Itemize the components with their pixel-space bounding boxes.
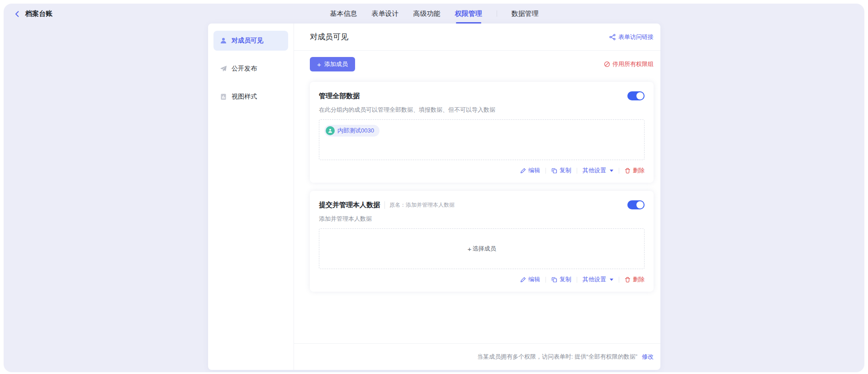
chevron-down-icon — [610, 170, 613, 172]
add-member-button-label: 添加成员 — [324, 60, 348, 68]
copy-icon — [551, 168, 557, 174]
add-member-button[interactable]: + 添加成员 — [310, 57, 355, 71]
sidebar-item-view-style[interactable]: 视图样式 — [213, 87, 288, 107]
other-settings-action[interactable]: 其他设置 — [583, 166, 613, 175]
plus-icon: + — [468, 245, 472, 253]
delete-action[interactable]: 删除 — [625, 275, 645, 284]
tab-advanced-features[interactable]: 高级功能 — [413, 4, 441, 24]
content-footer: 当某成员拥有多个权限，访问表单时: 提供“全部有权限的数据” 修改 — [294, 343, 660, 370]
action-divider — [619, 168, 619, 174]
member-list-box: 内部测试0030 — [319, 119, 645, 160]
delete-label: 删除 — [633, 275, 645, 284]
group-title: 管理全部数据 — [319, 92, 360, 100]
pencil-icon — [520, 277, 526, 283]
share-icon — [609, 34, 616, 40]
tab-permission-management[interactable]: 权限管理 — [455, 4, 482, 24]
topbar: 档案台账 基本信息 表单设计 高级功能 权限管理 数据管理 — [4, 4, 864, 24]
form-access-link-label: 表单访问链接 — [618, 33, 654, 41]
edit-label: 编辑 — [528, 275, 540, 284]
sidebar-item-visible-to-members[interactable]: 对成员可见 — [213, 31, 288, 51]
group-enabled-toggle[interactable] — [627, 91, 645, 100]
other-settings-action[interactable]: 其他设置 — [583, 275, 613, 284]
member-person-icon — [220, 37, 227, 44]
permission-sidebar: 对成员可见 公开发布 — [208, 24, 294, 370]
card-actions: 编辑 复制 其他设置 — [319, 166, 645, 175]
action-divider — [545, 168, 546, 174]
group-description: 在此分组内的成员可以管理全部数据、填报数据、但不可以导入数据 — [319, 106, 645, 114]
group-enabled-toggle[interactable] — [627, 200, 645, 209]
member-avatar-icon — [326, 126, 335, 135]
sidebar-item-label: 视图样式 — [232, 93, 257, 101]
back-chevron-icon — [14, 10, 21, 18]
action-divider — [577, 277, 577, 283]
permission-group-card-manage-all-data: 管理全部数据 在此分组内的成员可以管理全部数据、填报数据、但不可以导入数据 内 — [310, 82, 654, 183]
copy-label: 复制 — [560, 275, 571, 284]
delete-label: 删除 — [633, 166, 645, 175]
action-divider — [577, 168, 577, 174]
other-settings-label: 其他设置 — [583, 275, 606, 284]
tab-form-design[interactable]: 表单设计 — [372, 4, 399, 24]
multi-permission-note: 当某成员拥有多个权限，访问表单时: 提供“全部有权限的数据” — [477, 353, 637, 361]
chevron-down-icon — [610, 279, 613, 281]
tab-divider — [497, 10, 497, 17]
select-member-label: 选择成员 — [472, 245, 496, 253]
copy-action[interactable]: 复制 — [551, 166, 571, 175]
copy-icon — [551, 277, 557, 283]
permission-content: 对成员可见 表单访问链接 + — [294, 24, 660, 370]
view-style-chart-icon — [220, 93, 227, 100]
card-title-wrap: 管理全部数据 — [319, 92, 360, 100]
content-header: 对成员可见 表单访问链接 — [294, 24, 660, 51]
card-title-wrap: 提交并管理本人数据 原名：添加并管理本人数据 — [319, 201, 455, 209]
member-name: 内部测试0030 — [337, 127, 374, 135]
trash-icon — [625, 277, 631, 283]
group-description: 添加并管理本人数据 — [319, 215, 645, 223]
tab-basic-info[interactable]: 基本信息 — [330, 4, 357, 24]
permission-group-card-own-data: 提交并管理本人数据 原名：添加并管理本人数据 添加并管理本人数据 + 选择成员 — [310, 191, 654, 292]
group-original-name: 原名：添加并管理本人数据 — [384, 201, 455, 209]
trash-icon — [625, 168, 631, 174]
delete-action[interactable]: 删除 — [625, 166, 645, 175]
edit-action[interactable]: 编辑 — [520, 275, 540, 284]
toggle-knob — [636, 201, 644, 208]
select-member-box[interactable]: + 选择成员 — [319, 228, 645, 269]
copy-label: 复制 — [560, 166, 571, 175]
modify-link[interactable]: 修改 — [642, 353, 654, 361]
action-divider — [545, 277, 546, 283]
sidebar-item-label: 公开发布 — [232, 65, 257, 73]
page-title: 对成员可见 — [310, 32, 348, 42]
permission-panel: 对成员可见 公开发布 — [208, 24, 660, 370]
member-chip[interactable]: 内部测试0030 — [324, 125, 379, 137]
paper-plane-icon — [220, 65, 227, 72]
disable-all-permission-groups-link[interactable]: 停用所有权限组 — [604, 60, 654, 68]
pencil-icon — [520, 168, 526, 174]
plus-icon: + — [317, 61, 321, 68]
app-background: 档案台账 基本信息 表单设计 高级功能 权限管理 数据管理 对成员可见 — [4, 4, 864, 372]
disable-all-label: 停用所有权限组 — [612, 60, 654, 68]
back-button[interactable] — [14, 10, 22, 18]
action-divider — [619, 277, 619, 283]
card-header: 提交并管理本人数据 原名：添加并管理本人数据 — [319, 200, 645, 210]
edit-label: 编辑 — [528, 166, 540, 175]
card-actions: 编辑 复制 其他设置 — [319, 275, 645, 284]
sidebar-item-label: 对成员可见 — [232, 37, 263, 45]
card-header: 管理全部数据 — [319, 91, 645, 101]
copy-action[interactable]: 复制 — [551, 275, 571, 284]
edit-action[interactable]: 编辑 — [520, 166, 540, 175]
other-settings-label: 其他设置 — [583, 166, 606, 175]
form-title: 档案台账 — [25, 9, 52, 18]
toolbar: + 添加成员 停用所有权限组 — [294, 51, 660, 78]
toggle-knob — [636, 92, 644, 99]
form-access-link[interactable]: 表单访问链接 — [609, 33, 654, 41]
group-title: 提交并管理本人数据 — [319, 201, 380, 209]
disable-circle-icon — [604, 61, 610, 67]
sidebar-item-public-publish[interactable]: 公开发布 — [213, 59, 288, 79]
tab-data-management[interactable]: 数据管理 — [512, 4, 539, 24]
tab-bar: 基本信息 表单设计 高级功能 权限管理 数据管理 — [208, 4, 660, 24]
